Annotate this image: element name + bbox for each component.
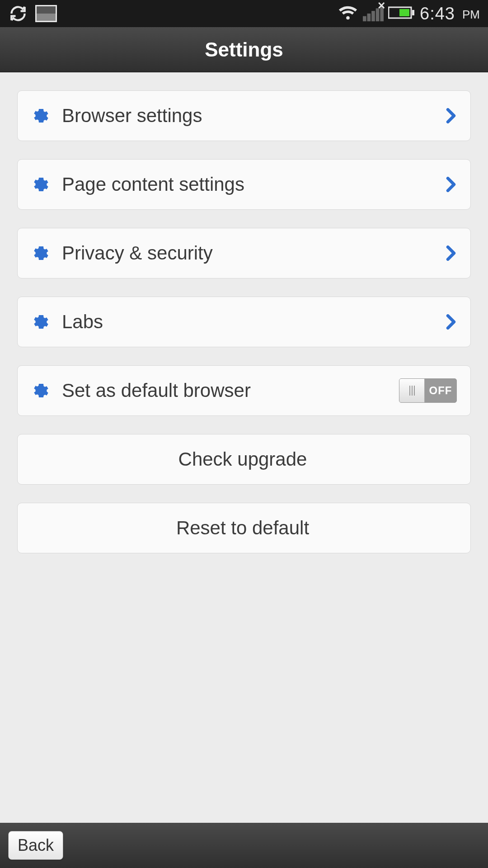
- chevron-right-icon: [445, 314, 457, 330]
- toggle-state-label: OFF: [425, 379, 456, 402]
- svg-rect-0: [363, 16, 366, 22]
- svg-rect-7: [399, 9, 409, 16]
- row-label: Browser settings: [62, 105, 445, 127]
- no-signal-x-icon: ✕: [377, 0, 385, 12]
- row-label: Page content settings: [62, 174, 445, 195]
- battery-icon: [388, 5, 415, 22]
- settings-list: Browser settings Page content settings P…: [0, 72, 488, 553]
- gallery-icon: [35, 5, 57, 22]
- sync-icon: [8, 4, 28, 24]
- gear-icon: [28, 313, 54, 331]
- chevron-right-icon: [445, 245, 457, 261]
- clock-time: 6:43: [420, 4, 455, 24]
- default-browser-toggle[interactable]: OFF: [399, 378, 457, 403]
- gear-icon: [28, 244, 54, 262]
- page-title: Settings: [205, 38, 283, 61]
- wifi-icon: [338, 4, 358, 24]
- svg-rect-2: [371, 11, 375, 21]
- title-bar: Settings: [0, 27, 488, 72]
- toggle-thumb: [399, 379, 425, 402]
- gear-icon: [28, 107, 54, 125]
- chevron-right-icon: [445, 108, 457, 123]
- svg-rect-1: [367, 14, 371, 21]
- row-check-upgrade[interactable]: Check upgrade: [17, 434, 471, 485]
- gear-icon: [28, 382, 54, 400]
- status-left: [8, 4, 57, 24]
- row-set-default-browser[interactable]: Set as default browser OFF: [17, 365, 471, 416]
- row-privacy-security[interactable]: Privacy & security: [17, 228, 471, 278]
- gear-icon: [28, 175, 54, 193]
- row-label: Labs: [62, 311, 445, 333]
- row-label: Reset to default: [28, 517, 457, 539]
- row-label: Set as default browser: [62, 380, 399, 401]
- chevron-right-icon: [445, 177, 457, 192]
- row-page-content-settings[interactable]: Page content settings: [17, 159, 471, 210]
- status-bar: ✕ 6:43 PM: [0, 0, 488, 27]
- bottom-bar: Back: [0, 823, 488, 868]
- back-button[interactable]: Back: [8, 831, 63, 860]
- row-browser-settings[interactable]: Browser settings: [17, 90, 471, 141]
- row-reset-default[interactable]: Reset to default: [17, 503, 471, 553]
- status-right: ✕ 6:43 PM: [338, 4, 480, 24]
- row-label: Privacy & security: [62, 242, 445, 264]
- clock-ampm: PM: [462, 8, 480, 24]
- svg-rect-6: [412, 10, 414, 15]
- row-label: Check upgrade: [28, 448, 457, 470]
- row-labs[interactable]: Labs: [17, 297, 471, 347]
- signal-icon: ✕: [363, 4, 384, 24]
